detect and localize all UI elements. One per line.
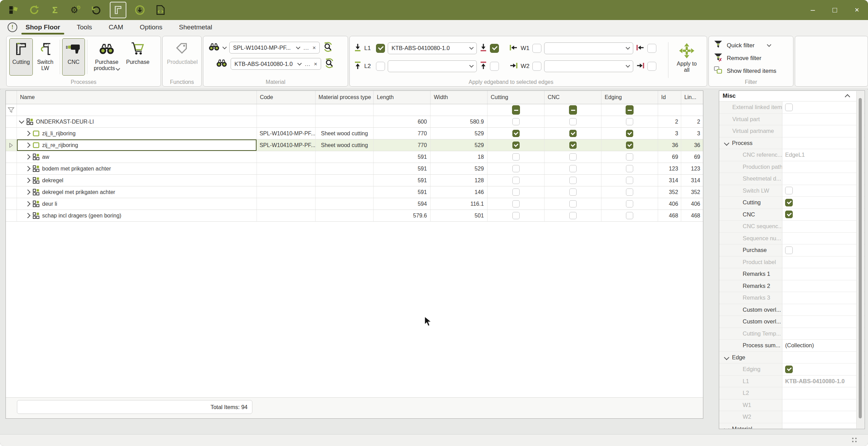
width-cell[interactable]: 128	[431, 175, 488, 186]
property-checkbox[interactable]	[785, 104, 793, 111]
clear-button[interactable]: ×	[312, 45, 316, 51]
property-value-cell[interactable]	[782, 328, 865, 340]
length-cell[interactable]: 591	[374, 175, 431, 186]
table-row[interactable]: bodem met prikgaten achter591529123123	[6, 163, 703, 175]
property-row[interactable]: L2	[719, 387, 865, 399]
w2-trim-checkbox[interactable]	[647, 62, 656, 71]
property-value-cell[interactable]	[782, 197, 865, 209]
property-value[interactable]: KTB-ABS-0410080-1.0	[785, 378, 845, 385]
cutting-cell[interactable]	[488, 151, 544, 163]
row-checkbox[interactable]	[626, 118, 633, 125]
width-cell[interactable]: 529	[431, 139, 488, 151]
material-process-type-cell[interactable]	[316, 198, 374, 210]
download-icon[interactable]	[134, 4, 146, 16]
collapse-chevron-icon[interactable]	[845, 94, 850, 99]
property-row[interactable]: Switch LW	[719, 185, 865, 197]
expand-chevron[interactable]	[25, 154, 31, 160]
name-cell[interactable]: aw	[17, 151, 257, 163]
length-cell[interactable]: 770	[374, 139, 431, 151]
material-process-type-cell[interactable]	[316, 175, 374, 186]
property-value[interactable]: EdgeL1	[785, 152, 805, 158]
width-cell[interactable]: 501	[431, 210, 488, 221]
cnc-cell[interactable]	[544, 128, 601, 139]
length-cell[interactable]: 770	[374, 128, 431, 139]
row-checkbox[interactable]	[512, 118, 520, 125]
l2-edgeband-combo[interactable]	[388, 60, 477, 72]
material-process-type-cell[interactable]: Sheet wood cutting	[316, 128, 374, 139]
resize-grip[interactable]	[852, 438, 858, 443]
property-row[interactable]: CNC referenc...EdgeL1	[719, 149, 865, 161]
property-value-cell[interactable]	[782, 292, 865, 304]
binoculars-icon[interactable]	[208, 43, 220, 52]
code-cell[interactable]: SPL-W10410-MP-PF...	[257, 128, 316, 139]
property-value-cell[interactable]	[782, 387, 865, 399]
property-row[interactable]: Edge	[719, 352, 865, 364]
row-checkbox[interactable]	[626, 212, 633, 219]
width-cell[interactable]: 146	[431, 186, 488, 198]
chevron-down-icon[interactable]	[469, 45, 474, 50]
edging-cell[interactable]	[601, 116, 658, 127]
row-checkbox[interactable]	[569, 177, 577, 184]
cutting-cell[interactable]	[488, 128, 544, 139]
property-value-cell[interactable]	[782, 185, 865, 197]
property-value-cell[interactable]	[782, 363, 865, 375]
table-row[interactable]: ONDERKAST-DEUR-LI600580.922	[6, 116, 703, 128]
expand-chevron[interactable]	[25, 131, 31, 136]
code-cell[interactable]	[257, 163, 316, 174]
row-checkbox[interactable]	[569, 165, 577, 172]
group-chevron[interactable]	[724, 355, 730, 360]
show-filtered-items-button[interactable]: Show filtered items	[709, 65, 793, 77]
length-cell[interactable]: 579.6	[374, 210, 431, 221]
w2-edgeband-combo[interactable]	[544, 60, 633, 72]
row-checkbox[interactable]	[512, 212, 520, 219]
property-row[interactable]: Material	[719, 423, 865, 429]
column-header-length[interactable]: Length	[374, 91, 431, 104]
property-row[interactable]: Process sum...(Collection)	[719, 340, 865, 352]
row-checkbox[interactable]	[569, 130, 577, 137]
property-value-cell[interactable]	[782, 101, 865, 113]
property-row[interactable]: Production path	[719, 161, 865, 173]
menu-cam[interactable]: CAM	[100, 20, 132, 35]
l1-trim-checkbox[interactable]	[490, 44, 499, 53]
property-row[interactable]: Virtual partname	[719, 125, 865, 137]
property-row[interactable]: Cutting Temp...	[719, 328, 865, 340]
expand-chevron[interactable]	[25, 178, 31, 183]
code-cell[interactable]: SPL-W10410-MP-PF...	[257, 139, 316, 151]
cnc-filter-checkbox[interactable]	[569, 105, 577, 115]
property-checkbox[interactable]	[785, 199, 793, 206]
material-process-type-cell[interactable]	[316, 163, 374, 174]
material-process-type-cell[interactable]	[316, 186, 374, 198]
row-checkbox[interactable]	[569, 142, 577, 149]
row-checkbox[interactable]	[512, 165, 520, 172]
chevron-down-icon[interactable]	[297, 61, 302, 66]
row-checkbox[interactable]	[626, 153, 633, 161]
property-checkbox[interactable]	[785, 246, 793, 254]
maximize-button[interactable]: □	[824, 0, 846, 20]
code-cell[interactable]	[257, 175, 316, 186]
width-cell[interactable]: 18	[431, 151, 488, 163]
group-chevron[interactable]	[724, 426, 730, 429]
row-checkbox[interactable]	[512, 130, 520, 137]
edging-cell[interactable]	[601, 210, 658, 221]
cnc-cell[interactable]	[544, 163, 601, 174]
property-checkbox[interactable]	[785, 366, 793, 373]
property-value-cell[interactable]: EdgeL1	[782, 149, 865, 161]
filter-cell[interactable]	[658, 104, 681, 116]
property-row[interactable]: Product label	[719, 256, 865, 269]
filter-cell-cutting[interactable]	[488, 104, 544, 116]
column-header-id[interactable]: Id	[658, 91, 681, 104]
edging-cell[interactable]	[601, 186, 658, 198]
expand-chevron[interactable]	[25, 201, 31, 207]
property-value-cell[interactable]	[782, 125, 865, 137]
row-checkbox[interactable]	[512, 142, 520, 149]
w1-trim-checkbox[interactable]	[647, 44, 656, 53]
row-checkbox[interactable]	[512, 153, 520, 161]
table-row[interactable]: deur li594116.1406406	[6, 198, 703, 210]
row-checkbox[interactable]	[626, 188, 633, 196]
minimize-button[interactable]: –	[802, 0, 824, 20]
more-button[interactable]: …	[303, 45, 309, 51]
row-checkbox[interactable]	[569, 212, 577, 219]
cnc-cell[interactable]	[544, 139, 601, 151]
material-process-type-cell[interactable]	[316, 116, 374, 127]
l1-checkbox[interactable]	[376, 44, 385, 53]
